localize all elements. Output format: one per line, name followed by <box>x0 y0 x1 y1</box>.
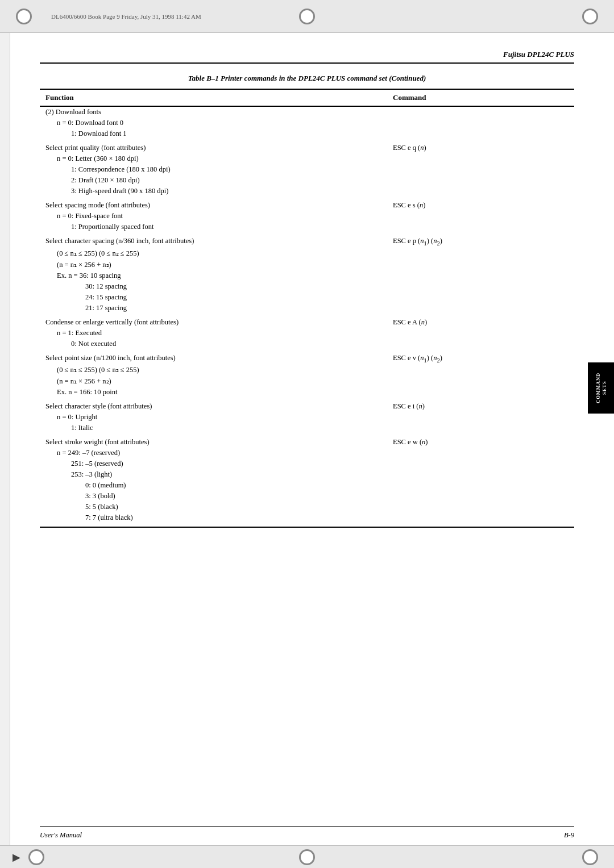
table-row: n = 249: –7 (reserved) <box>40 448 574 458</box>
table-row: n = 0: Letter (360 × 180 dpi) <box>40 153 574 164</box>
table-cell-command <box>387 364 574 375</box>
table-row: 30: 12 spacing <box>40 281 574 292</box>
table-row: Ex. n = 166: 10 point <box>40 387 574 398</box>
book-meta: DL6400/6600 Book Page 9 Friday, July 31,… <box>51 13 201 20</box>
page-header: Fujitsu DPL24C PLUS <box>40 50 574 64</box>
table-cell-command <box>387 164 574 175</box>
table-cell-function: (0 ≤ n₁ ≤ 255) (0 ≤ n₂ ≤ 255) <box>40 364 387 375</box>
footer-left: User's Manual <box>40 831 82 840</box>
table-cell-command <box>387 270 574 281</box>
table-cell-command: ESC e i (n) <box>387 398 574 412</box>
table-row: Select character spacing (n/360 inch, fo… <box>40 232 574 248</box>
command-sets-tab: COMMAND SETS <box>588 362 614 414</box>
table-row: n = 0: Download font 0 <box>40 118 574 128</box>
table-cell-command <box>387 412 574 423</box>
bottom-binding-strip: ▶ <box>0 845 614 868</box>
table-cell-command: ESC e q (n) <box>387 139 574 153</box>
table-cell-function: 21: 17 spacing <box>40 303 387 314</box>
table-cell-function: n = 0: Download font 0 <box>40 118 387 128</box>
table-row: Select character style (font attributes)… <box>40 398 574 412</box>
table-cell-command <box>387 458 574 469</box>
table-cell-function: n = 0: Fixed-space font <box>40 211 387 222</box>
col-header-command: Command <box>387 89 574 106</box>
table-row: n = 0: Fixed-space font <box>40 211 574 222</box>
table-cell-command: ESC e v (n1) (n2) <box>387 349 574 365</box>
table-row: Select point size (n/1200 inch, font att… <box>40 349 574 365</box>
page-title: Fujitsu DPL24C PLUS <box>503 50 574 59</box>
table-row: 3: High-speed draft (90 x 180 dpi) <box>40 186 574 197</box>
table-cell-command <box>387 153 574 164</box>
table-cell-command <box>387 480 574 491</box>
table-cell-function: 253: –3 (light) <box>40 469 387 480</box>
table-row: 1: Download font 1 <box>40 128 574 139</box>
table-cell-command <box>387 118 574 128</box>
table-cell-function: 0: Not executed <box>40 339 387 349</box>
table-cell-function: 251: –5 (reserved) <box>40 458 387 469</box>
table-cell-function: 2: Draft (120 × 180 dpi) <box>40 175 387 186</box>
table-caption: Table B–1 Printer commands in the DPL24C… <box>40 74 574 83</box>
table-row: (n = n₁ × 256 + n₂) <box>40 259 574 270</box>
table-row: 21: 17 spacing <box>40 303 574 314</box>
table-row: 1: Correspondence (180 x 180 dpi) <box>40 164 574 175</box>
table-cell-command <box>387 491 574 502</box>
table-cell-function: 24: 15 spacing <box>40 292 387 303</box>
table-cell-function: 3: High-speed draft (90 x 180 dpi) <box>40 186 387 197</box>
table-cell-command <box>387 387 574 398</box>
table-cell-function: 30: 12 spacing <box>40 281 387 292</box>
table-cell-command: ESC e A (n) <box>387 314 574 328</box>
table-cell-function: n = 1: Executed <box>40 328 387 339</box>
table-row: 0: Not executed <box>40 339 574 349</box>
table-cell-function: Select point size (n/1200 inch, font att… <box>40 349 387 365</box>
table-cell-command <box>387 222 574 232</box>
page-content: Fujitsu DPL24C PLUS Table B–1 Printer co… <box>0 33 614 545</box>
table-cell-command <box>387 469 574 480</box>
table-cell-command <box>387 339 574 349</box>
table-cell-function: (0 ≤ n₁ ≤ 255) (0 ≤ n₂ ≤ 255) <box>40 248 387 259</box>
page: DL6400/6600 Book Page 9 Friday, July 31,… <box>0 0 614 868</box>
table-row: (0 ≤ n₁ ≤ 255) (0 ≤ n₂ ≤ 255) <box>40 248 574 259</box>
table-cell-command <box>387 292 574 303</box>
table-row: 24: 15 spacing <box>40 292 574 303</box>
table-cell-function: (n = n₁ × 256 + n₂) <box>40 375 387 387</box>
table-row: 1: Proportionally spaced font <box>40 222 574 232</box>
table-row: 253: –3 (light) <box>40 469 574 480</box>
table-cell-function: Condense or enlarge vertically (font att… <box>40 314 387 328</box>
table-cell-function: 5: 5 (black) <box>40 502 387 512</box>
table-cell-command <box>387 106 574 118</box>
table-row: Ex. n = 36: 10 spacing <box>40 270 574 281</box>
table-row: 3: 3 (bold) <box>40 491 574 502</box>
table-row: 251: –5 (reserved) <box>40 458 574 469</box>
table-cell-function: Select character spacing (n/360 inch, fo… <box>40 232 387 248</box>
commands-table: Function Command (2) Download fontsn = 0… <box>40 89 574 528</box>
table-cell-function: Select spacing mode (font attributes) <box>40 197 387 211</box>
table-row: Select spacing mode (font attributes)ESC… <box>40 197 574 211</box>
table-row: Select print quality (font attributes)ES… <box>40 139 574 153</box>
table-cell-function: Select stroke weight (font attributes) <box>40 433 387 448</box>
table-cell-command <box>387 512 574 527</box>
table-cell-function: (2) Download fonts <box>40 106 387 118</box>
table-cell-command <box>387 281 574 292</box>
table-row: 1: Italic <box>40 423 574 433</box>
bottom-binding-hole-right <box>582 849 598 865</box>
top-binding-strip: DL6400/6600 Book Page 9 Friday, July 31,… <box>0 0 614 33</box>
table-cell-command: ESC e s (n) <box>387 197 574 211</box>
table-cell-command <box>387 248 574 259</box>
table-row: Condense or enlarge vertically (font att… <box>40 314 574 328</box>
table-cell-function: 1: Proportionally spaced font <box>40 222 387 232</box>
page-footer: User's Manual B-9 <box>40 826 574 840</box>
table-bottom-border-row <box>40 527 574 528</box>
table-row: (0 ≤ n₁ ≤ 255) (0 ≤ n₂ ≤ 255) <box>40 364 574 375</box>
bottom-binding-hole-left <box>28 849 44 865</box>
table-row: n = 0: Upright <box>40 412 574 423</box>
table-cell-command <box>387 328 574 339</box>
binding-hole-left <box>16 9 32 24</box>
footer-right: B-9 <box>564 831 574 840</box>
table-cell-command <box>387 502 574 512</box>
table-cell-command <box>387 448 574 458</box>
bottom-arrow-icon: ▶ <box>13 851 20 863</box>
table-cell-function: 1: Download font 1 <box>40 128 387 139</box>
table-cell-command <box>387 259 574 270</box>
table-row: 0: 0 (medium) <box>40 480 574 491</box>
table-cell-command <box>387 423 574 433</box>
table-cell-function: (n = n₁ × 256 + n₂) <box>40 259 387 270</box>
